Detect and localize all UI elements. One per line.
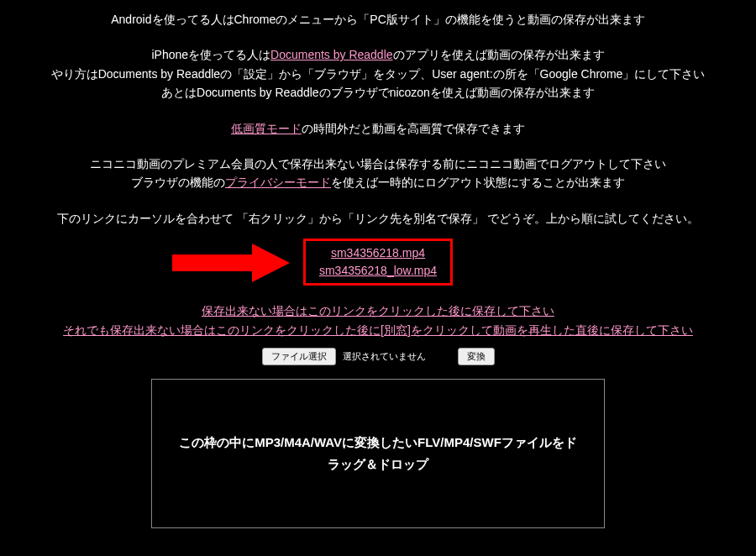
download-link-low[interactable]: sm34356218_low.mp4 (319, 262, 437, 280)
premium-line2-after: を使えば一時的にログアウト状態にすることが出来ます (331, 176, 625, 189)
quality-after: の時間外だと動画を高画質で保存できます (302, 122, 525, 135)
file-choose-button[interactable]: ファイル選択 (262, 348, 336, 365)
arrow-right-icon (168, 242, 294, 284)
quality-block: 低画質モードの時間外だと動画を高画質で保存できます (0, 119, 756, 138)
download-block: sm34356218.mp4 sm34356218_low.mp4 (0, 238, 756, 286)
premium-block: ニコニコ動画のプレミアム会員の人で保存出来ない場合は保存する前にニコニコ動画でロ… (0, 155, 756, 192)
dropzone-text: この枠の中にMP3/M4A/WAVに変換したいFLV/MP4/SWFファイルをド… (177, 432, 579, 475)
android-instruction: Androidを使ってる人はChromeのメニューから「PC版サイト」の機能を使… (0, 10, 756, 29)
convert-button[interactable]: 変換 (458, 348, 495, 365)
dropzone[interactable]: この枠の中にMP3/M4A/WAVに変換したいFLV/MP4/SWFファイルをド… (151, 379, 605, 528)
fallback-block: 保存出来ない場合はこのリンクをクリックした後に保存して下さい それでも保存出来な… (0, 302, 756, 339)
readdle-then: あとはDocuments by Readdleのブラウザでnicozonを使えば… (0, 83, 756, 102)
fallback-link-2[interactable]: それでも保存出来ない場合はこのリンクをクリックした後に[別窓]をクリックして動画… (63, 323, 693, 337)
premium-line1: ニコニコ動画のプレミアム会員の人で保存出来ない場合は保存する前にニコニコ動画でロ… (0, 155, 756, 173)
iphone-text-after: のアプリを使えば動画の保存が出来ます (393, 48, 605, 61)
iphone-instruction-block: iPhoneを使ってる人はDocuments by Readdleのアプリを使え… (0, 45, 756, 102)
low-quality-mode-link[interactable]: 低画質モード (231, 122, 302, 135)
premium-line2-before: ブラウザの機能の (131, 176, 225, 189)
download-links-box: sm34356218.mp4 sm34356218_low.mp4 (303, 239, 453, 286)
readdle-howto: やり方はDocuments by Readdleの「設定」から「ブラウザ」をタッ… (0, 65, 756, 83)
iphone-text-before: iPhoneを使ってる人は (151, 48, 270, 61)
file-status-label: 選択されていません (343, 349, 426, 365)
file-convert-row: ファイル選択 選択されていません 変換 (0, 348, 756, 365)
documents-by-readdle-link[interactable]: Documents by Readdle (270, 48, 393, 61)
download-link-hq[interactable]: sm34356218.mp4 (319, 244, 437, 262)
privacy-mode-link[interactable]: プライバシーモード (225, 176, 331, 189)
save-instruction: 下のリンクにカーソルを合わせて 「右クリック」から「リンク先を別名で保存」 でど… (0, 209, 756, 228)
fallback-link-1[interactable]: 保存出来ない場合はこのリンクをクリックした後に保存して下さい (202, 304, 554, 317)
